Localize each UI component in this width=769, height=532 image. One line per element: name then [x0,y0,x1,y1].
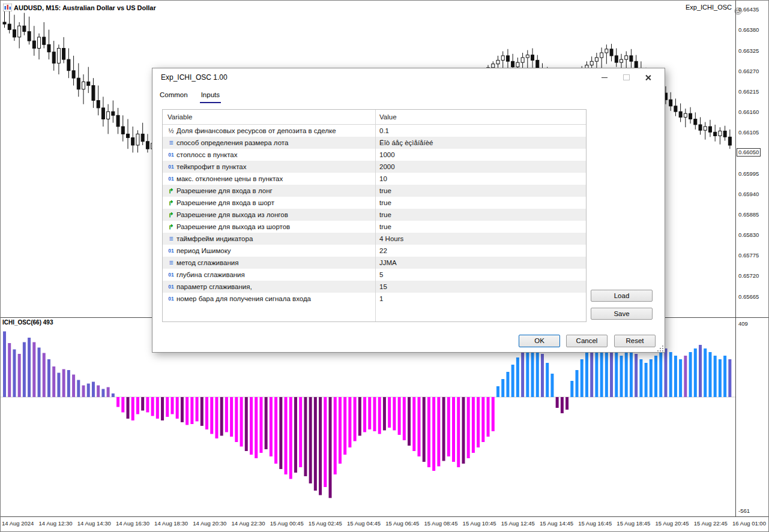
price-label: 0.65995 [738,170,759,177]
input-value[interactable]: 1000 [375,151,395,158]
int-type-icon: 01 [166,272,176,278]
indicator-axis[interactable]: 409 -561 [736,318,769,516]
input-value[interactable]: true [375,187,391,194]
time-label: 15 Aug 04:45 [347,520,381,532]
input-label: глубина сглаживания [176,271,245,278]
chart-window-icon [3,4,12,11]
input-value[interactable]: 15 [375,283,387,290]
input-value[interactable]: true [375,211,391,218]
reset-button[interactable]: Reset [614,335,656,347]
input-value[interactable]: 5 [375,271,383,278]
indicator-max-label: 409 [738,320,748,327]
price-axis[interactable]: 0.664350.663800.663250.662700.662150.661… [736,1,769,317]
time-label: 14 Aug 20:30 [193,520,226,532]
input-row[interactable]: 01макс. отклонение цены в пунктах10 [163,173,586,185]
time-label: 15 Aug 08:45 [424,520,457,532]
dialog-tabs: Common Inputs [157,90,222,103]
input-value[interactable]: 1 [375,295,383,302]
close-button[interactable] [637,71,659,84]
input-value[interactable]: 2000 [375,163,395,170]
input-row[interactable]: 01параметр сглаживания,15 [163,281,586,293]
minimize-button[interactable] [594,71,615,84]
input-row[interactable]: ≡способ определения размера лотаËîò áåç … [163,137,586,149]
maximize-button[interactable] [615,71,637,84]
input-row[interactable]: ↱Разрешение для входа в шортtrue [163,197,586,209]
maximize-icon [623,74,630,80]
price-label: 0.65775 [738,252,759,259]
int-type-icon: 01 [166,152,176,158]
time-label: 14 Aug 18:30 [154,520,188,532]
input-value[interactable]: true [375,223,391,230]
mt5-chart-window: AUDUSD, M15: Australian Dollar vs US Dol… [0,0,769,532]
input-value[interactable]: Ëîò áåç èçìåíåíèé [375,139,433,146]
time-label: 15 Aug 18:45 [617,520,650,532]
input-label: стоплосс в пунктах [176,151,238,158]
input-value[interactable]: 10 [375,175,387,182]
input-label: способ определения размера лота [176,139,288,146]
time-label: 16 Aug 01:00 [732,520,766,532]
input-row[interactable]: 01период Ишимоку22 [163,245,586,257]
input-label: Разрешение для выхода из лонгов [176,211,288,218]
input-value[interactable]: true [375,199,391,206]
input-label: Разрешение для входа в лонг [176,187,273,194]
time-axis[interactable]: 14 Aug 202414 Aug 12:3014 Aug 14:3014 Au… [1,517,769,532]
price-label: 0.65885 [738,211,759,218]
tab-inputs[interactable]: Inputs [199,90,222,103]
input-row[interactable]: 01глубина сглаживания5 [163,269,586,281]
input-label: тейкпрофит в пунктах [176,163,246,170]
dialog-titlebar[interactable]: Exp_ICHI_OSC 1.00 [152,68,665,86]
input-row[interactable]: 01номер бара для получения сигнала входа… [163,293,586,305]
input-label: период Ишимоку [176,247,231,254]
time-label: 15 Aug 14:45 [540,520,573,532]
input-row[interactable]: 01тейкпрофит в пунктах2000 [163,161,586,173]
input-row[interactable]: ↱Разрешение для входа в лонгtrue [163,185,586,197]
tab-common[interactable]: Common [157,90,190,103]
axis-separator-vertical [735,1,736,516]
price-label: 0.66435 [738,6,759,13]
close-icon [645,74,651,81]
bool-type-icon: ↱ [166,187,176,195]
ok-button[interactable]: OK [519,335,560,347]
input-label: Доля финансовых ресурсов от депозита в с… [176,127,336,134]
save-button[interactable]: Save [591,308,653,320]
symbol-title: AUDUSD, M15: Australian Dollar vs US Dol… [14,4,156,11]
input-value[interactable]: JJMA [375,259,397,266]
load-button[interactable]: Load [591,290,653,302]
header-value: Value [375,113,397,121]
time-label: 14 Aug 14:30 [77,520,111,532]
price-label: 0.65940 [738,191,759,197]
cancel-button[interactable]: Cancel [566,335,608,347]
input-row[interactable]: ↱Разрешение для выхода из лонговtrue [163,209,586,221]
int-type-icon: 01 [166,296,176,302]
inputs-table: Variable Value ½Доля финансовых ресурсов… [162,109,587,322]
time-label: 15 Aug 12:45 [501,520,535,532]
time-label: 14 Aug 2024 [2,520,34,532]
input-row[interactable]: ≡метод сглаживанияJJMA [163,257,586,269]
int-type-icon: 01 [166,176,176,182]
input-label: Разрешение для выхода из шортов [176,223,290,230]
input-row[interactable]: ≡таймфрейм индикатора4 Hours [163,233,586,245]
time-label: 14 Aug 12:30 [39,520,73,532]
input-label: номер бара для получения сигнала входа [176,295,311,302]
input-row[interactable]: ½Доля финансовых ресурсов от депозита в … [163,125,586,137]
time-label: 15 Aug 16:45 [578,520,612,532]
time-label: 15 Aug 20:45 [656,520,689,532]
input-value[interactable]: 0.1 [375,127,389,134]
current-price-tag: 0.66050 [737,148,761,157]
column-divider[interactable] [375,110,376,321]
input-value[interactable]: 22 [375,247,387,254]
input-row[interactable]: 01стоплосс в пунктах1000 [163,149,586,161]
price-label: 0.66105 [738,129,759,136]
time-label: 15 Aug 02:45 [309,520,342,532]
dialog-resize-grip[interactable] [657,345,664,351]
time-label: 15 Aug 00:45 [270,520,304,532]
enum-type-icon: ≡ [166,259,176,267]
int-type-icon: 01 [166,164,176,170]
price-label: 0.66380 [738,26,759,33]
price-label: 0.66215 [738,88,759,95]
input-row[interactable]: ↱Разрешение для выхода из шортовtrue [163,221,586,233]
input-label: таймфрейм индикатора [176,235,253,242]
time-label: 15 Aug 10:45 [463,520,496,532]
ea-label-area[interactable]: Exp_ICHI_OSC [672,4,734,11]
input-value[interactable]: 4 Hours [375,235,403,242]
